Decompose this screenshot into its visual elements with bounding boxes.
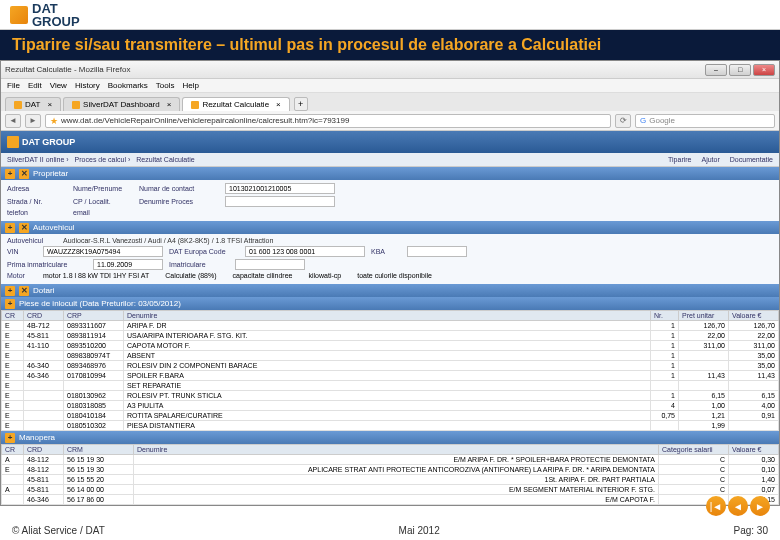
kba-input[interactable]: [407, 246, 467, 257]
vin-input[interactable]: [43, 246, 163, 257]
maximize-button[interactable]: □: [729, 64, 751, 76]
prima-input[interactable]: [93, 259, 163, 270]
slide-header: DAT GROUP: [0, 0, 780, 30]
expand-icon[interactable]: +: [5, 223, 15, 233]
table-row: E48-11256 15 19 30APLICARE STRAT ANTI PR…: [2, 465, 779, 475]
browser-window: Rezultat Calculatie - Mozilla Firefox – …: [0, 60, 780, 506]
tab-close-icon[interactable]: ×: [276, 100, 281, 109]
table-row: E0898380974TABSENT135,00: [2, 351, 779, 361]
titlebar: Rezultat Calculatie - Mozilla Firefox – …: [1, 61, 779, 79]
window-title: Rezultat Calculatie - Mozilla Firefox: [5, 65, 130, 74]
menu-item[interactable]: Tools: [156, 81, 175, 90]
label: CP / Localit.: [73, 198, 133, 205]
label: DAT Europa Code: [169, 248, 239, 255]
breadcrumb: SilverDAT II online ›Proces de calcul ›R…: [1, 153, 779, 167]
date: Mai 2012: [399, 525, 440, 536]
crumb-item[interactable]: SilverDAT II online ›: [7, 156, 69, 163]
crumb-item[interactable]: Rezultat Calculatie: [136, 156, 194, 163]
new-tab-button[interactable]: +: [294, 97, 308, 111]
section-autovehicul: + ✕ Autovehicul: [1, 221, 779, 234]
tab-close-icon[interactable]: ×: [47, 100, 52, 109]
reload-button[interactable]: ⟳: [615, 114, 631, 128]
label: Motor: [7, 272, 37, 279]
piese-table: CRCRDCRPDenumireNr.Pret unitarValoare €E…: [1, 310, 779, 431]
crumb-link[interactable]: Tiparire: [668, 156, 691, 163]
menu-item[interactable]: History: [75, 81, 100, 90]
menu-item[interactable]: View: [50, 81, 67, 90]
nav-prev-button[interactable]: ◄: [728, 496, 748, 516]
table-row: E0180410184ROTITA SPALARE/CURATIRE0,751,…: [2, 411, 779, 421]
label: VIN: [7, 248, 37, 255]
tool-icon[interactable]: ✕: [19, 169, 29, 179]
expand-icon[interactable]: +: [5, 433, 15, 443]
crumb-link[interactable]: Ajutor: [702, 156, 720, 163]
back-button[interactable]: ◄: [5, 114, 21, 128]
tab-favicon-icon: [191, 101, 199, 109]
google-icon: G: [640, 116, 646, 125]
contact-input[interactable]: [225, 183, 335, 194]
tab[interactable]: DAT×: [5, 97, 61, 111]
nav-next-button[interactable]: ►: [750, 496, 770, 516]
table-row: A45-81156 14 00 00E/M SEGMENT MATERIAL I…: [2, 485, 779, 495]
vehicle-desc: Audiocar-S.R.L Vanezosti / Audi / A4 (8K…: [63, 237, 273, 244]
page-logo-icon: [7, 136, 19, 148]
url-input[interactable]: ★www.dat.de/VehicleRepairOnline/vehicler…: [45, 114, 611, 128]
menu-bar: FileEditViewHistoryBookmarksToolsHelp: [1, 79, 779, 93]
label: email: [73, 209, 133, 216]
table-row: A48-11256 15 19 30E/M ARIPA F. DR. * SPO…: [2, 455, 779, 465]
slide-footer: © Aliat Service / DAT Mai 2012 Pag: 30: [0, 520, 780, 540]
tool-icon[interactable]: ✕: [19, 223, 29, 233]
table-row: E46-3400893468976ROLESIV DIN 2 COMPONENT…: [2, 361, 779, 371]
close-button[interactable]: ×: [753, 64, 775, 76]
nav-first-button[interactable]: |◄: [706, 496, 726, 516]
forward-button[interactable]: ►: [25, 114, 41, 128]
expand-icon[interactable]: +: [5, 286, 15, 296]
crumb-link[interactable]: Documentatie: [730, 156, 773, 163]
tab-favicon-icon: [14, 101, 22, 109]
logo-bottom: GROUP: [32, 15, 80, 28]
calc-label: Calculatie (88%): [165, 272, 216, 279]
tabs: DAT×SilverDAT Dashboard×Rezultat Calcula…: [1, 93, 779, 111]
label: Numar de contact: [139, 185, 219, 192]
crumb-item[interactable]: Proces de calcul ›: [75, 156, 131, 163]
expand-icon[interactable]: +: [5, 299, 15, 309]
cil-label: capacitate cilindree: [233, 272, 293, 279]
copyright: © Aliat Service / DAT: [12, 525, 105, 536]
dateuro-input[interactable]: [245, 246, 365, 257]
page-num: Pag: 30: [734, 525, 768, 536]
label: Strada / Nr.: [7, 198, 67, 205]
minimize-button[interactable]: –: [705, 64, 727, 76]
dat-logo: DAT GROUP: [10, 2, 80, 28]
tab[interactable]: SilverDAT Dashboard×: [63, 97, 180, 111]
section-proprietar: + ✕ Proprietar: [1, 167, 779, 180]
motor-desc: motor 1.8 l 88 kW TDI 1HY FSI AT: [43, 272, 149, 279]
slide-nav: |◄ ◄ ►: [706, 496, 770, 516]
culoare-label: toate culorile disponibile: [357, 272, 432, 279]
page-content: DAT GROUP SilverDAT II online ›Proces de…: [1, 131, 779, 505]
tab[interactable]: Rezultat Calculatie×: [182, 97, 289, 111]
table-row: 46-34656 17 86 00E/M CAPOTA F.0,15: [2, 495, 779, 505]
section-manopera: + Manopera: [1, 431, 779, 444]
menu-item[interactable]: Edit: [28, 81, 42, 90]
tab-close-icon[interactable]: ×: [167, 100, 172, 109]
page-header: DAT GROUP: [1, 131, 779, 153]
table-row: E45-8110893811914USA/ARIPA INTERIOARA F.…: [2, 331, 779, 341]
page-logo: DAT GROUP: [7, 136, 75, 148]
menu-item[interactable]: Help: [182, 81, 198, 90]
label: Autovehicul: [7, 237, 57, 244]
section-piese: + Piese de inlocuit (Data Preturilor: 03…: [1, 297, 779, 310]
tab-favicon-icon: [72, 101, 80, 109]
imat-input[interactable]: [235, 259, 305, 270]
logo-icon: [10, 6, 28, 24]
menu-item[interactable]: File: [7, 81, 20, 90]
label: Denumire Proces: [139, 198, 219, 205]
label: telefon: [7, 209, 67, 216]
table-row: E4B-7120893311607ARIPA F. DR1126,70126,7…: [2, 321, 779, 331]
label: KBA: [371, 248, 401, 255]
proces-input[interactable]: [225, 196, 335, 207]
expand-icon[interactable]: +: [5, 169, 15, 179]
tool-icon[interactable]: ✕: [19, 286, 29, 296]
menu-item[interactable]: Bookmarks: [108, 81, 148, 90]
slide-title: Tiparire si/sau transmitere – ultimul pa…: [0, 30, 780, 60]
search-input[interactable]: GGoogle: [635, 114, 775, 128]
